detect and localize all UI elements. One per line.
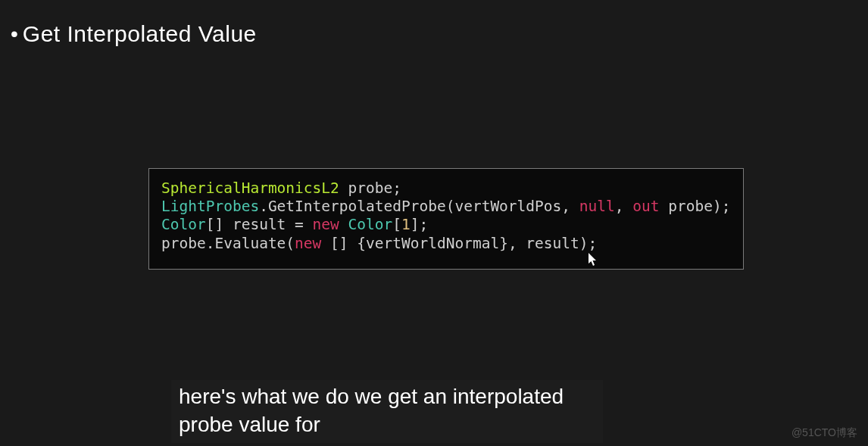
code-keyword: out: [632, 198, 659, 215]
code-text: probe;: [339, 179, 401, 197]
code-block: SphericalHarmonicsL2 probe; LightProbes.…: [148, 168, 744, 270]
slide-title: Get Interpolated Value: [23, 21, 257, 47]
watermark-text: @51CTO博客: [792, 426, 857, 440]
code-type: SphericalHarmonicsL2: [161, 179, 339, 197]
code-type: Color: [348, 216, 393, 233]
bullet-icon: •: [11, 23, 18, 45]
code-text: ,: [615, 198, 632, 215]
caption-text: here's what we do we get an interpolated…: [179, 385, 564, 435]
code-keyword: new: [313, 216, 339, 233]
subtitle-caption: here's what we do we get an interpolated…: [171, 380, 603, 443]
code-line-3: Color[] result = new Color[1];: [161, 216, 731, 234]
code-text: probe);: [659, 198, 730, 215]
code-text: .GetInterpolatedProbe(vertWorldPos,: [259, 198, 579, 215]
code-keyword: new: [295, 235, 321, 252]
code-line-2: LightProbes.GetInterpolatedProbe(vertWor…: [161, 198, 731, 216]
code-text: [] {vertWorldNormal}, result);: [321, 235, 597, 252]
code-text: probe.Evaluate(: [161, 235, 295, 252]
code-keyword: null: [579, 198, 615, 215]
code-type: Color: [161, 216, 206, 233]
code-line-4: probe.Evaluate(new [] {vertWorldNormal},…: [161, 235, 731, 253]
code-text: [339, 216, 348, 233]
slide-header: • Get Interpolated Value: [11, 21, 257, 47]
code-text: ];: [411, 216, 428, 233]
code-class: LightProbes: [161, 198, 259, 215]
code-number: 1: [401, 216, 411, 233]
code-text: [: [392, 216, 401, 233]
code-line-1: SphericalHarmonicsL2 probe;: [161, 179, 731, 198]
code-text: [] result =: [206, 216, 313, 233]
